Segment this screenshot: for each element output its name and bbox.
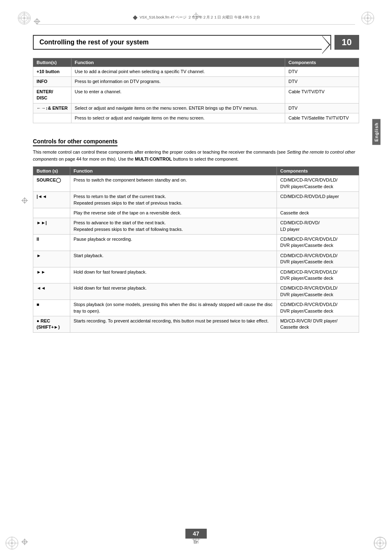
english-sidebar-label: English: [372, 119, 380, 145]
t2-row9-function: Stops playback (on some models, pressing…: [70, 300, 277, 316]
t2-row7-components: CD/MD/CD-R/VCR/DVD/LD/ DVR player/Casset…: [277, 267, 359, 283]
row1-components: DTV: [285, 67, 359, 77]
row5-components: Cable TV/Satellite TV/TV/DTV: [285, 113, 359, 123]
left-bottom-cross: [21, 539, 28, 546]
row2-function: Press to get information on DTV programs…: [71, 77, 285, 87]
table-row: ←→↕& ENTER Select or adjust and navigate…: [33, 103, 359, 113]
subsection-description: This remote control can control these co…: [33, 149, 359, 162]
table2-header-function: Function: [70, 167, 277, 175]
row2-button: INFO: [33, 77, 71, 87]
t2-row7-function: Hold down for fast forward playback.: [70, 267, 277, 283]
svg-point-23: [11, 542, 13, 544]
t2-row2-button: |◄◄: [33, 192, 70, 208]
table-row: SOURCE◯ Press to switch the component be…: [33, 175, 359, 192]
table-row: ►►| Press to advance to the start of the…: [33, 218, 359, 235]
t2-row2-function: Press to return to the start of the curr…: [70, 192, 277, 208]
row3-function: Use to enter a channel.: [71, 87, 285, 103]
t2-row1-components: CD/MD/CD-R/VCR/DVD/LD/ DVR player/Casset…: [277, 175, 359, 192]
table-row: ■ Stops playback (on some models, pressi…: [33, 300, 359, 316]
top-registration-area: VSX_516.book.fm 47 ページ ２０６年２月２１日 火曜日 午後４…: [12, 8, 380, 33]
table-row: ► Start playback. CD/MD/CD-R/VCR/DVD/LD/…: [33, 251, 359, 267]
subsection-title: Controls for other components: [33, 138, 118, 146]
page-number-box: 47: [185, 529, 207, 539]
svg-point-12: [367, 17, 369, 19]
t2-row5-function: Pause playback or recording.: [70, 235, 277, 251]
content-area: Controlling the rest of your system 10 B…: [12, 35, 380, 333]
table-row: INFO Press to get information on DTV pro…: [33, 77, 359, 87]
table-row: ◄◄ Hold down for fast reverse playback. …: [33, 283, 359, 300]
t2-row5-components: CD/MD/CD-R/VCR/DVD/LD/ DVR player/Casset…: [277, 235, 359, 251]
t2-row3-button: [33, 208, 70, 218]
t2-row8-function: Hold down for fast reverse playback.: [70, 283, 277, 300]
t2-row4-button: ►►|: [33, 218, 70, 235]
table-row: ►► Hold down for fast forward playback. …: [33, 267, 359, 283]
table-row: Play the reverse side of the tape on a r…: [33, 208, 359, 218]
t2-row4-components: CD/MD/CD-R/DVD/ LD player: [277, 218, 359, 235]
svg-point-31: [379, 542, 381, 544]
row2-components: DTV: [285, 77, 359, 87]
table-row: ENTER/ DISC Use to enter a channel. Cabl…: [33, 87, 359, 103]
table-row: +10 button Use to add a decimal point wh…: [33, 67, 359, 77]
t2-row9-components: CD/MD/CD-R/VCR/DVD/LD/ DVR player/Casset…: [277, 300, 359, 316]
t2-row3-function: Play the reverse side of the tape on a r…: [70, 208, 277, 218]
table-row: II Pause playback or recording. CD/MD/CD…: [33, 235, 359, 251]
table-row: ● REC (SHIFT+►) Starts recording. To pre…: [33, 316, 359, 332]
page-en-label: En: [194, 540, 198, 544]
svg-point-4: [23, 17, 25, 19]
table2-header-components: Components: [277, 167, 359, 175]
corner-ornament-tr: [360, 10, 376, 27]
section-header: Controlling the rest of your system 10: [33, 35, 359, 50]
t2-row1-function: Press to switch the component between st…: [70, 175, 277, 192]
bottom-registration-area: [0, 522, 392, 555]
row3-button: ENTER/ DISC: [33, 87, 71, 103]
t2-row8-components: CD/MD/CD-R/VCR/DVD/LD/ DVR player/Casset…: [277, 283, 359, 300]
left-cross: [34, 18, 40, 25]
t2-row6-components: CD/MD/CD-R/VCR/DVD/LD/ DVR player/Casset…: [277, 251, 359, 267]
section-title-box: Controlling the rest of your system: [33, 35, 331, 50]
left-mid-cross: [21, 197, 28, 205]
t2-row6-button: ►: [33, 251, 70, 267]
row4-button: ←→↕& ENTER: [33, 103, 71, 113]
table1-header-button: Button(s): [33, 58, 71, 67]
row4-components: DTV: [285, 103, 359, 113]
row4-function: Select or adjust and navigate items on t…: [71, 103, 285, 113]
row3-components: Cable TV/TV/DTV: [285, 87, 359, 103]
table1-header-function: Function: [71, 58, 285, 67]
t2-row8-button: ◄◄: [33, 283, 70, 300]
t2-row10-components: MD/CD-R/VCR/ DVR player/ Cassette deck: [277, 316, 359, 332]
table-row: |◄◄ Press to return to the start of the …: [33, 192, 359, 208]
row1-button: +10 button: [33, 67, 71, 77]
t2-row5-button: II: [33, 235, 70, 251]
section-number: 10: [334, 35, 359, 50]
t2-row10-button: ● REC (SHIFT+►): [33, 316, 70, 332]
t2-row9-button: ■: [33, 300, 70, 316]
t2-row6-function: Start playback.: [70, 251, 277, 267]
file-info-bar: VSX_516.book.fm 47 ページ ２０６年２月２１日 火曜日 午後４…: [37, 14, 355, 25]
row1-function: Use to add a decimal point when selectin…: [71, 67, 285, 77]
corner-ornament-br: [372, 535, 388, 552]
table2-header-button: Button (s): [33, 167, 70, 175]
dtv-table: Button(s) Function Components +10 button…: [33, 58, 359, 123]
row5-function: Press to select or adjust and navigate i…: [71, 113, 285, 123]
t2-row1-button: SOURCE◯: [33, 175, 70, 192]
t2-row7-button: ►►: [33, 267, 70, 283]
page: VSX_516.book.fm 47 ページ ２０６年２月２１日 火曜日 午後４…: [0, 0, 392, 555]
t2-row4-function: Press to advance to the start of the nex…: [70, 218, 277, 235]
table-row: Press to select or adjust and navigate i…: [33, 113, 359, 123]
file-info-text: VSX_516.book.fm 47 ページ ２０６年２月２１日 火曜日 午後４…: [140, 15, 260, 19]
corner-ornament-tl: [16, 10, 32, 27]
section-title-text: Controlling the rest of your system: [39, 39, 149, 46]
components-table: Button (s) Function Components SOURCE◯ P…: [33, 166, 359, 332]
table1-header-components: Components: [285, 58, 359, 67]
t2-row10-function: Starts recording. To prevent accidental …: [70, 316, 277, 332]
t2-row2-components: CD/MD/CD-R/DVD/LD player: [277, 192, 359, 208]
t2-row3-components: Cassette deck: [277, 208, 359, 218]
subsection-header: Controls for other components: [33, 131, 359, 149]
row5-button: [33, 113, 71, 123]
corner-ornament-bl: [4, 535, 20, 552]
